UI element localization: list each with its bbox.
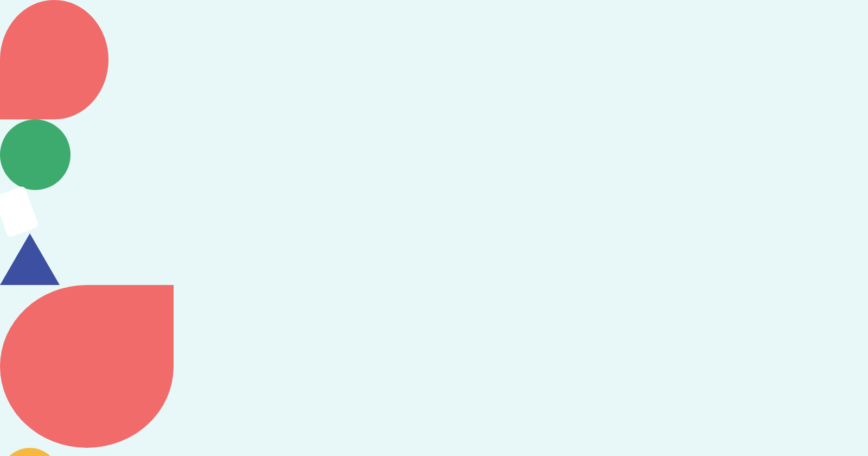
bg-shape-coral-left <box>0 0 108 119</box>
bg-shape-white-rect <box>0 186 39 238</box>
bg-shape-coral-right <box>0 285 174 448</box>
bg-shape-yellow <box>0 448 60 456</box>
bg-shape-green <box>0 119 71 190</box>
bg-shape-blue-triangle <box>0 233 60 285</box>
